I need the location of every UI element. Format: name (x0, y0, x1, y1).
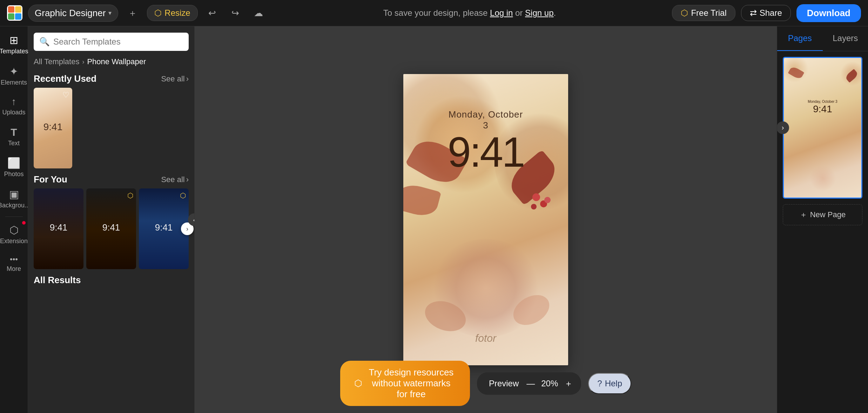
uploads-icon: ↑ (12, 96, 16, 107)
template-thumb-leaves[interactable]: ⬡ (86, 188, 136, 269)
canvas-date: Monday, October 3 (445, 109, 527, 131)
undo-button[interactable]: ↩ (203, 4, 221, 22)
for-you-title: For You (34, 174, 67, 185)
share-button[interactable]: ⇄ Share (741, 5, 791, 21)
left-sidebar: ⊞ Templates ✦ Elements ↑ Uploads T Text … (0, 26, 28, 413)
watermark-button[interactable]: ⬡ Try design resources without watermark… (340, 361, 470, 406)
canvas-text: Monday, October 3 9:41 (445, 109, 527, 173)
breadcrumb-current: Phone Wallpaper (87, 57, 146, 66)
sidebar-label-templates: Templates (0, 48, 28, 55)
sidebar-label-more: More (7, 265, 21, 273)
canvas-design[interactable]: Monday, October 3 9:41 fotor (403, 74, 568, 365)
save-message: To save your design, please Log in or Si… (273, 8, 667, 18)
chevron-down-icon: ▾ (108, 9, 112, 17)
cloud-icon: ☁ (254, 8, 263, 19)
resize-label: Resize (164, 8, 190, 18)
help-icon: ? (597, 379, 602, 388)
undo-icon: ↩ (208, 8, 216, 19)
sidebar-label-photos: Photos (4, 171, 23, 178)
templates-icon: ⊞ (9, 34, 18, 46)
svg-rect-1 (8, 6, 14, 13)
notification-dot (22, 221, 26, 225)
help-button[interactable]: ? Help (588, 373, 631, 394)
sidebar-item-photos[interactable]: ⬜ Photos (1, 153, 27, 182)
canvas-area: Monday, October 3 9:41 fotor ⬡ Try desig… (195, 26, 777, 413)
cloud-save-button[interactable]: ☁ (250, 4, 267, 22)
watermark-label: Try design resources without watermarks … (366, 367, 456, 400)
main-layout: ⊞ Templates ✦ Elements ↑ Uploads T Text … (0, 26, 868, 413)
svg-rect-2 (15, 6, 21, 13)
tab-pages[interactable]: Pages (777, 26, 823, 51)
zoom-level: 20% (539, 379, 560, 388)
search-icon: 🔍 (39, 37, 50, 47)
recently-used-grid: ♡ (34, 88, 189, 168)
for-you-grid: ⬡ ⬡ › (34, 188, 189, 269)
more-icon: ••• (10, 255, 18, 264)
sidebar-label-elements: Elements (1, 79, 27, 87)
template-thumb-moon[interactable] (34, 188, 83, 269)
svg-rect-4 (15, 13, 21, 20)
sidebar-item-extension[interactable]: ⬡ Extension (1, 220, 27, 249)
canvas-logo: fotor (475, 332, 496, 344)
text-icon: T (11, 126, 17, 138)
add-page-button[interactable]: ＋ (124, 4, 141, 22)
search-bar: 🔍 (34, 33, 189, 51)
sidebar-item-more[interactable]: ••• More (1, 251, 27, 277)
new-page-button[interactable]: ＋ New Page (783, 204, 862, 225)
preview-button[interactable]: Preview (485, 377, 522, 390)
sidebar-item-elements[interactable]: ✦ Elements (1, 61, 27, 91)
zoom-in-button[interactable]: ＋ (564, 378, 573, 389)
recently-used-see-all[interactable]: See all › (161, 74, 189, 84)
redo-icon: ↪ (231, 8, 239, 19)
zoom-controls: Preview — 20% ＋ (477, 372, 581, 395)
recently-used-title: Recently Used (34, 73, 96, 84)
svg-rect-3 (8, 13, 14, 20)
for-you-see-all[interactable]: See all › (161, 175, 189, 184)
right-panel: Pages Layers Monday, October (777, 26, 868, 413)
sidebar-item-text[interactable]: T Text (1, 122, 27, 152)
for-you-section-header: For You See all › (34, 168, 189, 188)
page-1-thumbnail[interactable]: Monday, October 3 9:41 (783, 57, 862, 199)
template-thumb-floral-recent[interactable]: ♡ (34, 88, 72, 168)
search-input[interactable] (53, 37, 183, 47)
redo-button[interactable]: ↪ (227, 4, 244, 22)
app-name-label: Graphic Designer (35, 8, 106, 19)
login-link[interactable]: Log in (490, 8, 513, 18)
all-results-section-header: All Results (34, 269, 189, 289)
free-trial-label: Free Trial (691, 8, 726, 18)
breadcrumb-all-templates[interactable]: All Templates (34, 57, 79, 66)
elements-icon: ✦ (9, 65, 18, 78)
signup-link[interactable]: Sign up (525, 8, 553, 18)
download-label: Download (807, 8, 850, 18)
search-bar-container: 🔍 (28, 26, 194, 54)
zoom-out-button[interactable]: — (526, 379, 535, 388)
resize-button[interactable]: ⬡ Resize (147, 5, 197, 21)
share-icon: ⇄ (750, 8, 757, 18)
sidebar-item-templates[interactable]: ⊞ Templates (1, 30, 27, 60)
bottom-controls-bar: ⬡ Try design resources without watermark… (340, 361, 631, 406)
breadcrumb-chevron-icon: › (82, 58, 84, 66)
sidebar-divider (5, 217, 23, 217)
app-selector[interactable]: Graphic Designer ▾ (28, 5, 118, 22)
diamond-icon: ⬡ (681, 8, 688, 18)
navbar: Graphic Designer ▾ ＋ ⬡ Resize ↩ ↪ ☁ To s… (0, 0, 868, 26)
page-thumb-time: Monday, October 3 9:41 (808, 100, 837, 115)
free-trial-button[interactable]: ⬡ Free Trial (672, 5, 735, 21)
template-scroll: Recently Used See all › ♡ For You See al… (28, 68, 194, 413)
canvas-time: 9:41 (445, 131, 527, 173)
all-results-title: All Results (34, 275, 81, 286)
chevron-right-icon: › (186, 74, 189, 84)
page-1-inner: Monday, October 3 9:41 (784, 58, 861, 198)
share-label: Share (760, 8, 782, 18)
logo[interactable] (7, 5, 22, 21)
page-1-container: Monday, October 3 9:41 › (783, 57, 862, 199)
tab-layers[interactable]: Layers (823, 26, 868, 51)
new-page-label: New Page (810, 210, 846, 219)
sidebar-item-backgrounds[interactable]: ▣ Backgrou... (1, 184, 27, 214)
download-button[interactable]: Download (796, 4, 861, 22)
right-panel-tabs: Pages Layers (777, 26, 868, 51)
plus-icon: ＋ (128, 7, 137, 19)
breadcrumb: All Templates › Phone Wallpaper (28, 54, 194, 68)
sidebar-item-uploads[interactable]: ↑ Uploads (1, 92, 27, 121)
template-panel: 🔍 All Templates › Phone Wallpaper Recent… (28, 26, 195, 413)
